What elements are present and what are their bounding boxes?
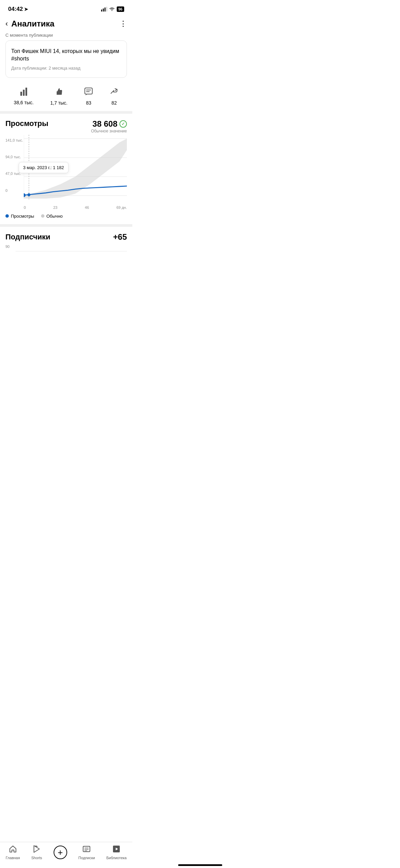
svg-rect-5 (20, 92, 22, 96)
signal-icon (101, 7, 107, 12)
likes-icon (55, 87, 63, 98)
x-label-2: 46 (85, 205, 89, 210)
page-title: Аналитика (11, 19, 119, 29)
y-label-0: 0 (5, 188, 23, 193)
subscribers-chart: 90 (5, 245, 127, 265)
views-subtext: Обычное значение (91, 129, 127, 133)
shares-value: 82 (112, 100, 117, 106)
chart-legend: Просмотры Обычно (0, 210, 132, 227)
svg-rect-0 (101, 10, 102, 12)
legend-views-dot (5, 214, 9, 218)
chart-tooltip: 3 мар. 2023 г.: 1 182 (19, 162, 69, 173)
back-button[interactable]: ‹ (5, 20, 8, 28)
y-label-3: 141,0 тыс. (5, 138, 23, 142)
svg-rect-7 (25, 88, 27, 96)
svg-rect-1 (103, 8, 104, 12)
stat-shares: 82 (110, 87, 118, 106)
more-button[interactable]: ⋮ (119, 19, 127, 28)
legend-normal-label: Обычно (46, 214, 63, 219)
views-icon (19, 88, 28, 98)
video-date: Дата публикации: 2 месяца назад (11, 66, 121, 71)
status-icons: 96 (101, 6, 124, 12)
svg-rect-2 (104, 7, 106, 12)
video-title: Топ Фишек MIUI 14, которых мы не увидим … (11, 48, 121, 63)
svg-point-18 (27, 193, 31, 196)
legend-normal-dot (41, 214, 44, 218)
wifi-icon (109, 7, 115, 11)
header: ‹ Аналитика ⋮ (0, 16, 132, 31)
views-number: 38 608 (93, 119, 117, 129)
legend-views: Просмотры (5, 214, 34, 219)
check-icon: ✓ (119, 120, 127, 128)
svg-rect-3 (106, 7, 107, 12)
views-title: Просмотры (5, 119, 49, 128)
svg-rect-6 (23, 90, 24, 96)
status-time: 04:42 ➤ (8, 6, 28, 13)
page-subtitle: С момента публикации (0, 31, 132, 40)
svg-point-4 (112, 10, 112, 11)
y-label-2: 94,0 тыс. (5, 155, 23, 159)
views-section: Просмотры 38 608 ✓ Обычное значение (0, 114, 132, 133)
legend-views-label: Просмотры (11, 214, 34, 219)
comments-icon (84, 87, 93, 98)
subscribers-title: Подписчики (5, 233, 50, 241)
x-label-3: 69 дн. (116, 205, 127, 210)
svg-rect-8 (85, 88, 92, 94)
legend-normal: Обычно (41, 214, 63, 219)
subscribers-section: Подписчики +65 90 (0, 227, 132, 268)
likes-value: 1,7 тыс. (50, 100, 68, 106)
views-metric: 38 608 ✓ Обычное значение (91, 119, 127, 133)
stat-comments: 83 (84, 87, 93, 106)
stats-row: 38,6 тыс. 1,7 тыс. 83 (0, 83, 132, 114)
x-label-1: 23 (53, 205, 57, 210)
x-label-0: 0 (24, 205, 26, 210)
shares-icon (110, 87, 118, 98)
sub-y-label: 90 (5, 245, 9, 249)
stat-views: 38,6 тыс. (14, 88, 34, 105)
views-value: 38,6 тыс. (14, 100, 34, 105)
status-bar: 04:42 ➤ 96 (0, 0, 132, 16)
battery-icon: 96 (117, 6, 124, 12)
video-card: Топ Фишек MIUI 14, которых мы не увидим … (5, 40, 127, 78)
views-chart: 141,0 тыс. 94,0 тыс. 47,0 тыс. 0 3 мар. … (0, 135, 132, 210)
subscribers-value: +65 (113, 232, 127, 242)
comments-value: 83 (86, 100, 91, 106)
stat-likes: 1,7 тыс. (50, 87, 68, 106)
